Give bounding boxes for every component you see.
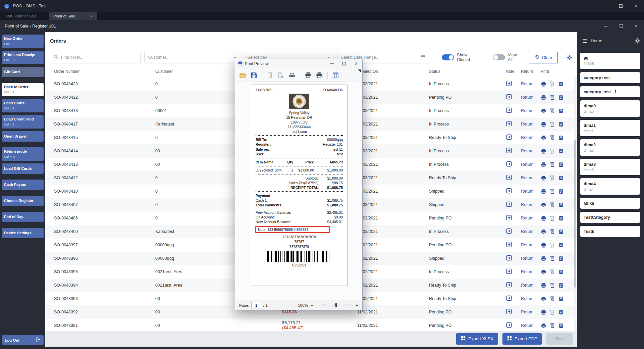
return-link[interactable]: Return	[521, 296, 534, 301]
print-receipt-icon[interactable]	[541, 215, 546, 221]
sidebar-item-load-drafts[interactable]: Load DraftsCtrl + 2	[2, 99, 44, 112]
return-link[interactable]: Return	[521, 135, 534, 140]
print-full-receipt-icon[interactable]	[558, 309, 564, 315]
export-pdf-button[interactable]: Export PDF	[502, 333, 542, 345]
category-card[interactable]: category_test _1	[580, 86, 640, 97]
print-gift-receipt-icon[interactable]	[549, 108, 555, 114]
return-link[interactable]: Return	[521, 323, 534, 328]
print-gift-receipt-icon[interactable]	[549, 242, 555, 248]
return-link[interactable]: Return	[521, 216, 534, 220]
open-icon[interactable]	[239, 71, 246, 79]
zoom-in-button[interactable]: +	[356, 303, 358, 308]
print-receipt-icon[interactable]	[541, 309, 546, 315]
print-full-receipt-icon[interactable]	[558, 135, 564, 141]
print-gift-receipt-icon[interactable]	[549, 283, 555, 288]
print-full-receipt-icon[interactable]	[558, 202, 564, 208]
print-receipt-icon[interactable]	[541, 323, 546, 329]
print-gift-receipt-icon[interactable]	[549, 323, 555, 329]
return-link[interactable]: Return	[521, 176, 534, 180]
table-row[interactable]: SO-004839100$6,173.21($4,485.47)11/02/20…	[45, 319, 577, 331]
print-gift-receipt-icon[interactable]	[549, 135, 555, 141]
print-receipt-icon[interactable]	[541, 162, 546, 167]
return-link[interactable]: Return	[521, 108, 534, 113]
category-card[interactable]: dima4dima4	[580, 178, 640, 195]
dialog-minimize-button[interactable]	[326, 59, 338, 68]
toolbar-overflow-icon[interactable]	[358, 69, 361, 72]
column-order-number[interactable]: Order Number	[50, 69, 151, 74]
sidebar-item-new-order[interactable]: New OrderCtrl + 0	[2, 35, 44, 48]
column-status[interactable]: Status	[425, 69, 502, 74]
window-minimize-button[interactable]	[598, 0, 613, 12]
return-link[interactable]: Return	[521, 149, 534, 153]
print-receipt-icon[interactable]	[541, 202, 546, 208]
print-gift-receipt-icon[interactable]	[549, 175, 555, 181]
tab-point-of-sale[interactable]: Point of Sale ×	[49, 12, 97, 20]
print-gift-receipt-icon[interactable]	[549, 215, 555, 221]
zoom-slider[interactable]	[316, 304, 353, 307]
note-icon[interactable]	[506, 94, 512, 100]
note-icon[interactable]	[506, 241, 512, 248]
sidebar-item-back-to-order[interactable]: Back to OrderCtrl + 1	[2, 83, 44, 96]
inner-close-button[interactable]: ×	[629, 20, 644, 32]
print-full-receipt-icon[interactable]	[558, 242, 564, 248]
menu-icon[interactable]	[583, 39, 587, 43]
print-full-receipt-icon[interactable]	[558, 229, 564, 235]
grid-settings-gear-icon[interactable]	[566, 54, 573, 61]
return-link[interactable]: Return	[521, 202, 534, 207]
print-gift-receipt-icon[interactable]	[549, 121, 555, 127]
print-full-receipt-icon[interactable]	[558, 323, 564, 329]
page-number-input[interactable]	[251, 302, 261, 308]
sidebar-item-return-mode[interactable]: Return modeCtrl + R	[2, 147, 44, 161]
note-icon[interactable]	[506, 107, 512, 113]
print-full-receipt-icon[interactable]	[558, 215, 564, 221]
note-icon[interactable]	[506, 147, 512, 154]
print-receipt-icon[interactable]	[541, 121, 546, 127]
table-scrollbar[interactable]	[574, 77, 577, 331]
return-link[interactable]: Return	[521, 229, 534, 234]
note-icon[interactable]	[506, 174, 512, 181]
column-customer[interactable]: Customer	[151, 69, 245, 74]
return-link[interactable]: Return	[521, 243, 534, 247]
category-card[interactable]: dima3dima3	[580, 159, 640, 175]
sidebar-item-gift-card[interactable]: Gift Card	[2, 67, 44, 77]
print-gift-receipt-icon[interactable]	[549, 296, 555, 302]
print-receipt-icon[interactable]	[541, 189, 546, 194]
settings-gear-icon[interactable]	[634, 38, 641, 44]
category-card[interactable]: Testk	[580, 226, 640, 237]
dialog-close-button[interactable]: ×	[350, 59, 362, 68]
print-gift-receipt-icon[interactable]	[549, 229, 555, 235]
print-receipt-icon[interactable]	[541, 135, 546, 141]
quick-print-icon[interactable]	[316, 71, 323, 79]
tab-oms-point-of-sale[interactable]: OMS Point of Sale	[0, 12, 49, 20]
print-icon[interactable]	[305, 71, 312, 79]
window-maximize-button[interactable]	[613, 0, 629, 12]
print-full-receipt-icon[interactable]	[558, 269, 564, 275]
return-link[interactable]: Return	[521, 82, 534, 86]
note-icon[interactable]	[506, 282, 512, 288]
print-gift-receipt-icon[interactable]	[549, 269, 555, 275]
category-card[interactable]: dima2dima2	[580, 139, 640, 156]
sidebar-item-print-last-receipt[interactable]: Print Last ReceiptCtrl + P	[2, 51, 44, 64]
zoom-slider-handle[interactable]	[335, 303, 337, 307]
print-gift-receipt-icon[interactable]	[549, 148, 555, 154]
print-gift-receipt-icon[interactable]	[549, 202, 555, 208]
print-full-receipt-icon[interactable]	[558, 121, 564, 127]
print-gift-receipt-icon[interactable]	[549, 309, 555, 315]
print-receipt-icon[interactable]	[541, 148, 546, 154]
show-closed-toggle[interactable]	[442, 54, 454, 60]
return-link[interactable]: Return	[521, 162, 534, 167]
find-icon[interactable]	[288, 71, 296, 79]
category-card[interactable]: Milka	[580, 198, 640, 209]
scrollbar-thumb[interactable]	[574, 140, 576, 288]
return-link[interactable]: Return	[521, 269, 534, 274]
print-receipt-icon[interactable]	[541, 95, 546, 100]
sidebar-item-open-drawer[interactable]: Open Drawer	[2, 131, 44, 142]
sidebar-item-end-of-day[interactable]: End of Day	[2, 212, 44, 222]
tab-close-icon[interactable]: ×	[90, 14, 93, 19]
clear-filters-button[interactable]: Clear	[529, 52, 558, 63]
print-gift-receipt-icon[interactable]	[549, 81, 555, 87]
dialog-maximize-button[interactable]	[338, 59, 350, 68]
print-full-receipt-icon[interactable]	[558, 108, 564, 114]
ship-button[interactable]: Ship	[546, 333, 573, 345]
print-full-receipt-icon[interactable]	[558, 162, 564, 167]
